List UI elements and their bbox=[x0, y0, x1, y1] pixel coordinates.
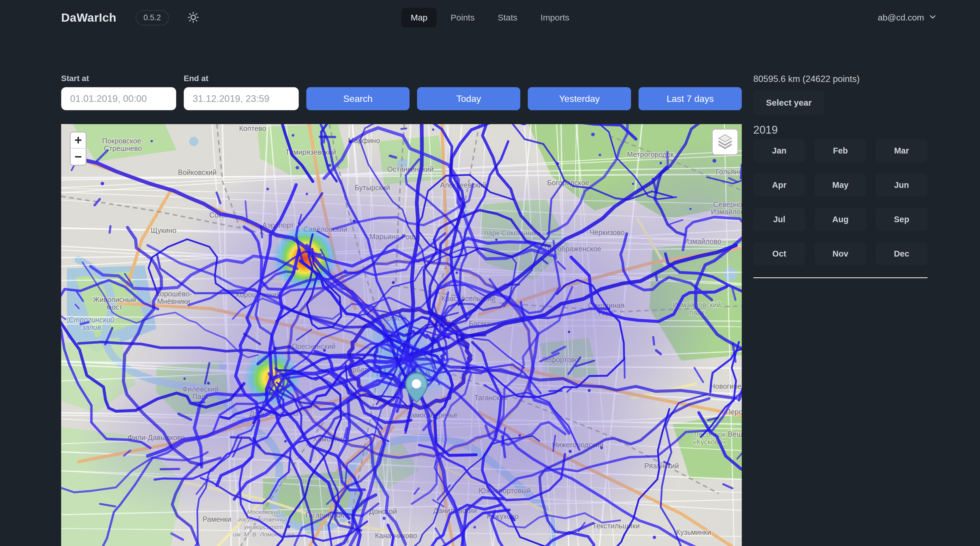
month-button-apr[interactable]: Apr bbox=[753, 174, 805, 196]
map-container[interactable]: КоптевоМарфиноТимирязевскийОстанкинскийМ… bbox=[61, 124, 742, 546]
chevron-down-icon bbox=[929, 13, 937, 23]
month-button-nov[interactable]: Nov bbox=[815, 242, 866, 265]
version-badge: 0.5.2 bbox=[135, 10, 169, 26]
month-button-may[interactable]: May bbox=[815, 174, 866, 196]
start-at-field-group: Start at bbox=[61, 74, 176, 110]
right-sidebar: 80595.6 km (24622 points) Select year 20… bbox=[753, 74, 928, 546]
month-button-sep[interactable]: Sep bbox=[876, 208, 928, 231]
zoom-out-button[interactable]: − bbox=[71, 148, 86, 165]
map-label: Новогиреево bbox=[710, 382, 742, 390]
map-canvas: КоптевоМарфиноТимирязевскийОстанкинскийМ… bbox=[61, 124, 742, 546]
distance-stats: 80595.6 km (24622 points) bbox=[753, 74, 928, 84]
months-grid: Jan Feb Mar Apr May Jun Jul Aug Sep Oct … bbox=[753, 139, 928, 265]
tab-map[interactable]: Map bbox=[401, 8, 437, 27]
today-button[interactable]: Today bbox=[417, 87, 520, 110]
layers-icon bbox=[717, 133, 733, 151]
start-at-input[interactable] bbox=[61, 87, 176, 110]
tab-imports[interactable]: Imports bbox=[531, 8, 579, 27]
year-heading: 2019 bbox=[753, 123, 928, 136]
sun-icon bbox=[187, 11, 200, 24]
end-at-label: End at bbox=[184, 74, 299, 83]
map-zoom-control: + − bbox=[70, 132, 86, 166]
map-layers-control[interactable] bbox=[712, 129, 738, 155]
account-email: ab@cd.com bbox=[878, 13, 924, 22]
month-button-dec[interactable]: Dec bbox=[876, 242, 928, 265]
month-button-aug[interactable]: Aug bbox=[815, 208, 866, 231]
account-menu[interactable]: ab@cd.com bbox=[878, 13, 937, 23]
start-at-label: Start at bbox=[61, 74, 176, 83]
yesterday-button[interactable]: Yesterday bbox=[528, 87, 631, 110]
select-year-button[interactable]: Select year bbox=[753, 91, 824, 115]
search-button[interactable]: Search bbox=[306, 87, 409, 110]
end-at-input[interactable] bbox=[184, 87, 299, 110]
tab-stats[interactable]: Stats bbox=[488, 8, 527, 27]
month-button-oct[interactable]: Oct bbox=[753, 242, 805, 265]
month-button-mar[interactable]: Mar bbox=[876, 139, 928, 162]
map-marker-pin[interactable] bbox=[402, 372, 430, 405]
tab-points[interactable]: Points bbox=[441, 8, 484, 27]
app-logo: DaWarIch bbox=[61, 11, 116, 24]
map-label: Кузьминки bbox=[676, 528, 711, 536]
page-content: Start at End at Search Today Yesterday L… bbox=[0, 74, 980, 546]
top-navbar: DaWarIch 0.5.2 Map Points Stats Imports … bbox=[0, 0, 980, 35]
main-tabs: Map Points Stats Imports bbox=[401, 8, 579, 27]
last-7-days-button[interactable]: Last 7 days bbox=[638, 87, 742, 110]
sidebar-divider bbox=[753, 277, 928, 278]
map-label: Вешняки bbox=[728, 430, 742, 438]
month-button-feb[interactable]: Feb bbox=[815, 139, 866, 162]
theme-toggle-button[interactable] bbox=[187, 11, 200, 24]
month-button-jul[interactable]: Jul bbox=[753, 208, 805, 231]
end-at-field-group: End at bbox=[184, 74, 299, 110]
map-label: Коптево bbox=[239, 125, 266, 133]
filter-bar: Start at End at Search Today Yesterday L… bbox=[61, 74, 742, 110]
month-button-jan[interactable]: Jan bbox=[753, 139, 805, 162]
map-label: Войковский bbox=[178, 168, 216, 176]
month-button-jun[interactable]: Jun bbox=[876, 174, 928, 196]
zoom-in-button[interactable]: + bbox=[71, 133, 86, 148]
